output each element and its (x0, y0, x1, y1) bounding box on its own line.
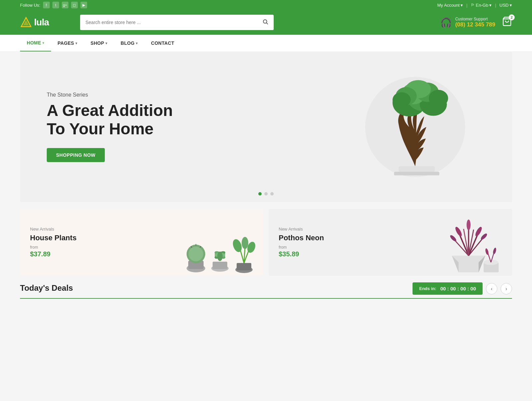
googleplus-icon[interactable]: g+ (62, 2, 68, 8)
search-bar (80, 15, 274, 30)
currency-selector[interactable]: USD ▾ (500, 3, 512, 8)
svg-point-50 (467, 220, 471, 230)
svg-point-19 (189, 247, 203, 261)
svg-point-35 (242, 237, 248, 249)
countdown-label: Ends in: (419, 286, 436, 291)
instagram-icon[interactable]: ◻ (71, 2, 78, 8)
hero-title: A Great Addition To Your Home (47, 101, 485, 138)
nav-item-home[interactable]: HOME ▾ (20, 35, 51, 51)
svg-line-3 (266, 23, 268, 24)
deals-right: Ends in: 00 : 00 : 00 : 00 ‹ › (413, 282, 512, 295)
hero-subtitle: The Stone Series (47, 92, 485, 98)
language-selector[interactable]: 🏳 En-Gb ▾ (471, 3, 492, 8)
facebook-icon[interactable]: f (43, 2, 50, 8)
customer-support: 🎧 Customer Support (08) 12 345 789 (440, 17, 495, 28)
support-text: Customer Support (08) 12 345 789 (455, 17, 495, 28)
card-tag-1: New Arrivals (30, 227, 76, 232)
support-label: Customer Support (455, 17, 495, 21)
svg-point-28 (217, 252, 223, 261)
svg-rect-24 (213, 262, 227, 269)
slider-dots (258, 192, 274, 195)
deals-section: Today's Deals Ends in: 00 : 00 : 00 : 00… (20, 282, 512, 299)
header-right: 🎧 Customer Support (08) 12 345 789 2 (440, 16, 512, 29)
slider-dot-3[interactable] (270, 192, 274, 195)
main-nav: HOME ▾ PAGES ▾ SHOP ▾ BLOG ▾ CONTACT (0, 35, 532, 52)
svg-point-34 (231, 238, 243, 253)
logo-icon (20, 16, 32, 28)
deals-title: Today's Deals (20, 283, 73, 294)
deals-prev-button[interactable]: ‹ (486, 283, 497, 294)
follow-label: Follow Us: (20, 3, 40, 8)
nav-item-shop[interactable]: SHOP ▾ (84, 35, 114, 51)
card-from-2: from (279, 245, 324, 250)
cart-badge: 2 (509, 14, 515, 20)
card-price-1: $37.89 (30, 250, 76, 258)
countdown-time: 00 : 00 : 00 : 00 (440, 286, 476, 291)
card-text-pothos: New Arrivals Pothos Neon from $35.89 (279, 227, 324, 258)
svg-point-49 (454, 226, 463, 237)
shopping-now-button[interactable]: Shopping Now (47, 148, 105, 162)
card-name-1: House Plants (30, 234, 76, 242)
svg-rect-30 (237, 263, 251, 270)
house-plants-illustration (183, 216, 257, 276)
card-tag-2: New Arrivals (279, 227, 324, 232)
svg-point-2 (263, 20, 267, 23)
card-price-2: $35.89 (279, 250, 324, 258)
logo[interactable]: lula (20, 16, 73, 28)
slider-dot-1[interactable] (258, 192, 262, 195)
chevron-down-icon: ▾ (75, 41, 77, 45)
hero-content: The Stone Series A Great Addition To You… (20, 72, 512, 182)
nav-item-blog[interactable]: BLOG ▾ (114, 35, 145, 51)
card-name-2: Pothos Neon (279, 234, 324, 242)
search-input[interactable] (80, 15, 257, 30)
svg-point-51 (474, 226, 483, 237)
top-bar: Follow Us: f t g+ ◻ ▶ My Account ▾ | 🏳 E… (0, 0, 532, 10)
headset-icon: 🎧 (440, 17, 452, 28)
chevron-down-icon: ▾ (136, 41, 138, 45)
card-image-pothos (432, 216, 505, 276)
product-cards: New Arrivals House Plants from $37.89 (20, 209, 512, 276)
svg-line-48 (469, 230, 474, 256)
svg-point-52 (449, 234, 457, 242)
pothos-illustration (432, 216, 505, 276)
support-phone: (08) 12 345 789 (455, 21, 495, 28)
search-button[interactable] (257, 15, 274, 30)
divider2: | (495, 3, 496, 8)
product-card-pothos[interactable]: New Arrivals Pothos Neon from $35.89 (269, 209, 512, 276)
product-card-house-plants[interactable]: New Arrivals House Plants from $37.89 (20, 209, 263, 276)
hero-slider: The Stone Series A Great Addition To You… (20, 52, 512, 202)
my-account-link[interactable]: My Account ▾ (437, 3, 463, 8)
twitter-icon[interactable]: t (52, 2, 59, 8)
nav-item-contact[interactable]: CONTACT (144, 35, 181, 51)
top-bar-right: My Account ▾ | 🏳 En-Gb ▾ | USD ▾ (437, 3, 512, 8)
svg-point-53 (480, 233, 488, 241)
countdown-timer: Ends in: 00 : 00 : 00 : 00 (413, 282, 483, 295)
deals-next-button[interactable]: › (501, 283, 512, 294)
youtube-icon[interactable]: ▶ (80, 2, 87, 8)
header: lula 🎧 Customer Support (08) 12 345 789 … (0, 10, 532, 35)
chevron-down-icon: ▾ (105, 41, 107, 45)
card-from-1: from (30, 245, 76, 250)
cart-button[interactable]: 2 (502, 16, 512, 29)
chevron-down-icon: ▾ (42, 41, 44, 45)
card-image-house-plants (183, 216, 257, 276)
social-icons: f t g+ ◻ ▶ (43, 2, 87, 8)
svg-point-57 (493, 247, 497, 254)
search-icon (262, 19, 268, 25)
top-bar-left: Follow Us: f t g+ ◻ ▶ (20, 2, 87, 8)
nav-item-pages[interactable]: PAGES ▾ (51, 35, 84, 51)
divider1: | (466, 3, 467, 8)
slider-dot-2[interactable] (264, 192, 268, 195)
card-text-house-plants: New Arrivals House Plants from $37.89 (30, 227, 76, 258)
